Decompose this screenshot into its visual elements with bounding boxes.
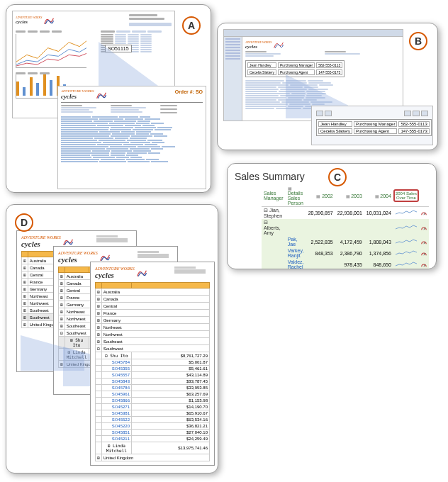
logo: ADVENTURE WORKS cycles <box>245 40 400 50</box>
toolbar-button[interactable] <box>404 111 411 116</box>
contacts-table-large: Jean HandleyPurchasing Manager582-555-01… <box>316 119 432 136</box>
panel-d-drilldown: D ADVENTURE WORKScycles ⊞Australia⊞Canad… <box>6 204 218 473</box>
panel-c-sales-summary: C Sales Summary Sales Manager ▦ DetailsS… <box>227 163 437 269</box>
line-items <box>61 116 203 162</box>
badge-c: C <box>328 168 347 186</box>
contacts-table-small: Jean HandleyPurchasing Manager582-555-01… <box>245 60 345 77</box>
order-detail-report: ADVENTURE WORKS cycles Order #: SO <box>57 86 206 189</box>
logo: ADVENTURE WORKS cycles <box>61 89 107 100</box>
badge-b: B <box>409 32 427 50</box>
badge-d: D <box>15 213 33 232</box>
panel-b-popup: B ADVENTURE WORKS cycles <box>217 23 438 150</box>
order-number-header: Order #: SO <box>175 89 203 94</box>
toolbar-button[interactable] <box>413 111 420 116</box>
logo-icon <box>96 90 107 100</box>
logo-icon <box>43 16 55 26</box>
badge-a: A <box>182 16 201 35</box>
sparkline-column-header: 2004 Sales Over Time <box>393 189 419 202</box>
window-titlebar <box>224 30 403 37</box>
line-chart <box>16 34 86 68</box>
side-panel <box>224 37 242 120</box>
logo: ADVENTURE WORKS cycles <box>16 14 55 26</box>
toolbar-button[interactable] <box>325 111 332 116</box>
logo-icon <box>273 40 284 50</box>
toolbar-button[interactable] <box>316 111 323 116</box>
drilldown-page-3: ADVENTURE WORKScycles ⊞Australia⊞Canada⊞… <box>90 262 215 466</box>
logo: ADVENTURE WORKScycles <box>95 267 147 279</box>
sales-summary-table: Sales Manager ▦ DetailsSales Person ▦ 20… <box>262 185 429 269</box>
region-table-expanded[interactable]: ⊞Australia⊞Canada⊞Central⊞France⊞Germany… <box>95 282 210 461</box>
panel-a-drillthrough: A ADVENTURE WORKS cycles <box>6 4 211 193</box>
popup-window: Jean HandleyPurchasing Manager582-555-01… <box>311 106 433 145</box>
order-link[interactable]: SO51115 <box>105 45 132 52</box>
toolbar-button[interactable] <box>421 111 428 116</box>
